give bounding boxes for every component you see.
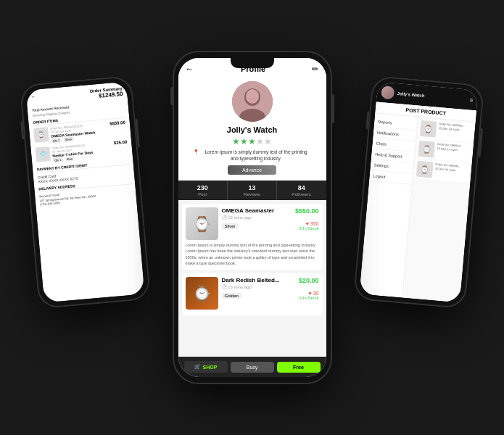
center-stats-bar: 230 Post 13 Reviews 84 Followers — [178, 181, 326, 200]
right-order-info-1: Order No: 685940... 15 Dec-14 4:pm — [438, 122, 465, 140]
right-order-info-3: Order No: 485940... 15 Dec-14 4:pm — [434, 162, 461, 181]
center-bottom-bar: 🛒 SHOP Busy Free — [178, 357, 326, 377]
center-products-list: ⌚ OMEGA Seamaster $550.00 🕐 15 mins ago — [178, 200, 326, 357]
right-order-item-3: ⌚ Order No: 485940... 15 Dec-14 4:pm — [415, 160, 471, 183]
left-item-price-2: $25.00 — [114, 140, 128, 158]
left-size-badge-2: Blue — [65, 156, 75, 162]
center-product-tag-1: Silver — [222, 223, 239, 229]
center-busy-button[interactable]: Busy — [231, 362, 274, 373]
center-product-price-1: $550.00 — [295, 207, 319, 215]
right-order-img-1: ⌚ — [420, 120, 437, 138]
left-item-img-1: ⌚ — [33, 127, 49, 143]
center-product-stock-2: 6 In Stock — [299, 296, 319, 300]
center-profile-name: Jolly's Watch — [227, 125, 277, 134]
center-product-info-2: Dark Redish Belted... $20.00 🕐 15 mins a… — [222, 277, 319, 310]
center-edit-button[interactable]: ✏ — [312, 65, 318, 74]
center-stat-followers-label: Followers — [292, 192, 311, 196]
center-stat-reviews-value: 13 — [229, 184, 275, 191]
center-avatar — [232, 81, 273, 122]
center-free-button[interactable]: Free — [277, 362, 321, 373]
shop-label: SHOP — [203, 365, 218, 370]
center-stat-reviews: 13 Reviews — [228, 181, 277, 200]
center-product-desc-1: Lorem Ipsum is simply dummy text of the … — [186, 242, 319, 266]
right-phone-screen: Jolly's Watch ≡ POST PRODUCT Reports Not… — [359, 82, 478, 303]
center-product-likes-2: ♥ 30 — [299, 291, 319, 296]
left-item-info-2: Order No: 684940630120 15 Jan-15 4:pm Na… — [51, 141, 112, 163]
center-product-stock-1: 6 In Stock — [299, 226, 319, 231]
center-stat-post-value: 230 — [180, 184, 226, 191]
center-advance-button[interactable]: Advance — [228, 165, 276, 175]
left-size-badge-1: Silver — [63, 136, 74, 142]
location-pin-icon: 📍 — [193, 149, 199, 156]
left-phone: ← Order Summary $1249.50 Total Amount Re… — [20, 75, 151, 309]
center-product-img-2: ⌚ — [186, 277, 218, 310]
right-order-img-2: ⌚ — [418, 141, 435, 158]
left-item-price-1: $550.00 — [110, 120, 127, 138]
right-order-item-1: ⌚ Order No: 685940... 15 Dec-14 4:pm — [418, 119, 474, 142]
center-product-time-2: 🕐 15 mins ago — [222, 284, 319, 289]
left-back-arrow[interactable]: ← — [30, 94, 36, 99]
center-product-name-1: OMEGA Seamaster — [222, 207, 275, 214]
right-menu-icon[interactable]: ≡ — [469, 96, 473, 103]
left-phone-screen: ← Order Summary $1249.50 Total Amount Re… — [25, 82, 144, 303]
right-order-item-2: ⌚ Order No: 685940... 15 Dec-14 4:pm — [416, 139, 472, 162]
left-item-info-1: Order No: 685940320125 15 Dec-14 4:pm OM… — [50, 122, 109, 144]
center-product-card-1[interactable]: ⌚ OMEGA Seamaster $550.00 🕐 15 mins ago — [182, 204, 323, 270]
center-product-info-1: OMEGA Seamaster $550.00 🕐 15 mins ago Si… — [222, 207, 319, 240]
center-back-button[interactable]: ← — [186, 64, 194, 74]
center-stat-followers-value: 84 — [278, 184, 324, 191]
right-username: Jolly's Watch — [397, 91, 424, 98]
center-product-time-1: 🕐 15 mins ago — [222, 215, 319, 220]
left-delivery-section: DELIVERY ADDRESS Brenda B Smith 427 Spri… — [38, 179, 132, 207]
center-stat-post-label: Post — [198, 192, 207, 196]
left-item-img-2: 👕 — [35, 146, 51, 162]
center-stat-reviews-label: Reviews — [244, 192, 260, 196]
shop-icon: 🛒 — [194, 364, 201, 370]
phones-container: ← Order Summary $1249.50 Total Amount Re… — [0, 0, 504, 435]
center-stat-followers: 84 Followers — [277, 181, 326, 200]
left-qty-badge-1: Qty 1 — [51, 138, 61, 144]
center-product-name-2: Dark Redish Belted... — [222, 277, 280, 283]
center-product-card-2[interactable]: ⌚ Dark Redish Belted... $20.00 🕐 15 mins… — [182, 273, 323, 315]
center-phone: ← Profile ✏ Jolly's — [173, 51, 332, 384]
center-shop-button[interactable]: 🛒 SHOP — [184, 361, 228, 373]
center-notch — [231, 58, 274, 68]
right-order-img-3: ⌚ — [416, 161, 434, 178]
left-qty-badge-2: Qty 1 — [53, 157, 63, 163]
svg-point-3 — [246, 89, 259, 104]
center-product-likes-1: ♥ 350 — [299, 221, 319, 226]
center-product-price-2: $20.00 — [299, 277, 319, 284]
clock-icon-1: 🕐 — [222, 215, 227, 220]
right-order-info-2: Order No: 685940... 15 Dec-14 4:pm — [436, 142, 463, 160]
center-phone-screen: ← Profile ✏ Jolly's — [178, 58, 326, 377]
right-content: Reports Notifications Chats Help & Suppo… — [359, 113, 475, 302]
center-product-img-1: ⌚ — [186, 207, 218, 240]
right-avatar — [381, 86, 395, 100]
center-stars: ★★★★★ — [232, 136, 272, 146]
center-profile-location: 📍 Lorem Ipsum is simply dummy text of th… — [186, 149, 319, 162]
center-stat-post: 230 Post — [178, 181, 228, 200]
clock-icon-2: 🕐 — [222, 285, 227, 289]
right-phone: Jolly's Watch ≡ POST PRODUCT Reports Not… — [353, 75, 484, 309]
center-product-tag-2: Golden — [222, 293, 241, 299]
center-profile-section: Jolly's Watch ★★★★★ 📍 Lorem Ipsum is sim… — [178, 77, 326, 181]
